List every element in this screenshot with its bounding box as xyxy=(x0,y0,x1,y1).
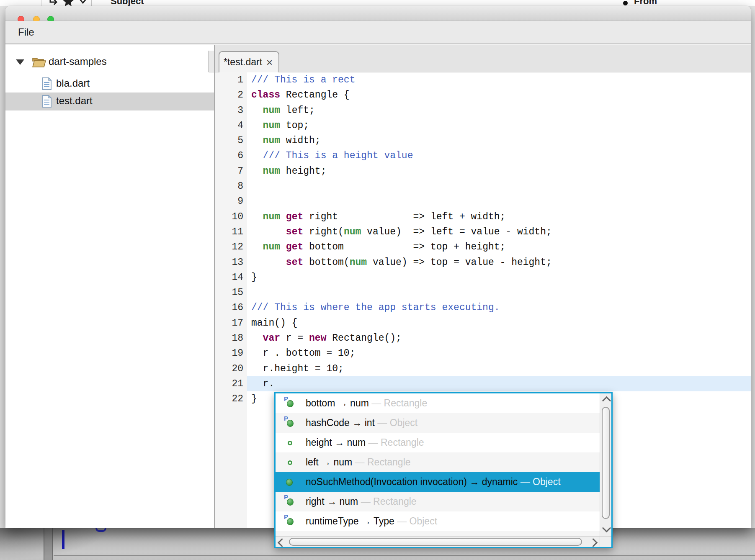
tab-close-icon[interactable]: × xyxy=(266,57,273,68)
line-number: 4 xyxy=(215,118,247,133)
tab-label[interactable]: *test.dart xyxy=(224,57,262,68)
line-number: 1 xyxy=(215,72,247,87)
scroll-right-arrow-icon[interactable] xyxy=(589,538,598,547)
line-number: 14 xyxy=(215,270,247,285)
reply-arrow-icon xyxy=(48,0,59,5)
line-number: 18 xyxy=(215,331,247,346)
line-number: 2 xyxy=(215,87,247,103)
code-line-17: main() { xyxy=(247,316,751,331)
background-shadow xyxy=(0,528,109,560)
line-number: 5 xyxy=(215,133,247,148)
horizontal-scrollbar-thumb[interactable] xyxy=(289,538,582,546)
code-line-7: num height; xyxy=(247,164,751,179)
subject-column-header: Subject xyxy=(111,0,144,6)
tree-item-bla-dart[interactable]: bla.dart xyxy=(5,75,214,93)
line-number: 3 xyxy=(215,103,247,118)
line-number: 6 xyxy=(215,148,247,163)
tree-item-test-dart[interactable]: test.dart xyxy=(5,92,214,110)
line-number: 15 xyxy=(215,285,247,300)
completion-item-height[interactable]: height → num — Rectangle xyxy=(276,433,600,452)
tree-item-label[interactable]: test.dart xyxy=(56,95,93,107)
vertical-scrollbar-thumb[interactable] xyxy=(602,407,610,519)
code-line-6: /// This is a height value xyxy=(247,148,751,163)
code-line-5: num width; xyxy=(247,133,751,148)
completion-vertical-scrollbar[interactable] xyxy=(600,393,611,536)
tab-test-dart[interactable]: *test.dart × xyxy=(219,51,279,72)
screen: Subject From File xyxy=(0,0,755,560)
code-line-12: num get bottom => top + height; xyxy=(247,239,751,254)
editor-tab-bar: *test.dart × xyxy=(215,45,751,72)
code-line-10: num get right => left + width; xyxy=(247,209,751,224)
completion-item-right[interactable]: Pright → num — Rectangle xyxy=(276,492,600,511)
completion-item-label: hashCode → int — Object xyxy=(306,417,417,429)
line-number: 7 xyxy=(215,164,247,179)
dart-file-icon xyxy=(41,95,52,108)
code-line-9 xyxy=(247,194,751,209)
unread-dot-icon xyxy=(623,1,628,5)
toolbar-divider xyxy=(615,0,615,6)
completion-item-runtimeType[interactable]: PruntimeType → Type — Object xyxy=(276,511,600,531)
line-number: 22 xyxy=(215,391,247,406)
completion-item-left[interactable]: left → num — Rectangle xyxy=(276,452,600,472)
scroll-down-arrow-icon[interactable] xyxy=(602,524,611,532)
menu-item-file[interactable]: File xyxy=(18,21,34,44)
line-number: 16 xyxy=(215,300,247,315)
completion-item-bottom[interactable]: Pbottom → num — Rectangle xyxy=(276,393,600,413)
tree-item-label[interactable]: bla.dart xyxy=(56,77,90,89)
window-titlebar[interactable] xyxy=(5,6,751,21)
completion-item-hashCode[interactable]: PhashCode → int — Object xyxy=(276,413,600,433)
from-column-header: From xyxy=(634,0,657,6)
line-number: 19 xyxy=(215,346,247,361)
line-number: 13 xyxy=(215,255,247,270)
property-getter-icon: P xyxy=(284,495,296,509)
code-line-13: set bottom(num value) => top = value - h… xyxy=(247,255,751,270)
scroll-up-arrow-icon[interactable] xyxy=(602,396,611,405)
property-getter-icon: P xyxy=(284,396,296,411)
completion-item-label: noSuchMethod(Invocation invocation) → dy… xyxy=(306,476,561,488)
code-line-1: /// This is a rect xyxy=(247,72,751,87)
code-line-15 xyxy=(247,285,751,300)
completion-horizontal-scrollbar[interactable] xyxy=(276,536,600,547)
code-line-16: /// This is where the app starts executi… xyxy=(247,300,751,315)
completion-item-toString[interactable]: toString() → String — Object xyxy=(276,531,600,536)
line-number: 8 xyxy=(215,179,247,194)
line-number: 11 xyxy=(215,224,247,239)
background-app-toolbar: Subject From xyxy=(0,0,755,6)
dart-file-icon xyxy=(41,77,52,90)
property-getter-icon: P xyxy=(284,416,296,430)
code-line-3: num left; xyxy=(247,103,751,118)
line-number: 17 xyxy=(215,316,247,331)
scroll-left-arrow-icon[interactable] xyxy=(278,538,286,547)
line-number: 9 xyxy=(215,194,247,209)
code-line-2: class Rectangle { xyxy=(247,87,751,103)
sidebar-scrollbar[interactable] xyxy=(208,51,214,72)
scrollbar-corner xyxy=(600,536,611,547)
file-tree-sidebar: dart-samples bla.darttest.dart xyxy=(5,45,214,528)
tree-item-dart-samples[interactable]: dart-samples xyxy=(5,53,214,71)
star-icon xyxy=(63,0,74,6)
method-icon xyxy=(284,475,296,489)
line-number: 10 xyxy=(215,209,247,224)
completion-item-label: runtimeType → Type — Object xyxy=(306,516,437,527)
completion-list[interactable]: Pbottom → num — RectanglePhashCode → int… xyxy=(276,393,600,536)
background-horizontal-rule xyxy=(54,555,755,556)
code-line-20: r.height = 10; xyxy=(247,361,751,376)
completion-item-label: bottom → num — Rectangle xyxy=(306,398,427,409)
code-line-8 xyxy=(247,179,751,194)
completion-item-label: height → num — Rectangle xyxy=(306,437,424,448)
completion-item-noSuchMethod-Invocation-invocation[interactable]: noSuchMethod(Invocation invocation) → dy… xyxy=(276,472,600,492)
disclosure-triangle-icon[interactable] xyxy=(16,59,24,65)
open-folder-icon xyxy=(32,57,46,68)
line-number-gutter: 12345678910111213141516171819202122 xyxy=(215,72,247,528)
code-line-19: r . bottom = 10; xyxy=(247,346,751,361)
line-number: 21 xyxy=(215,376,247,391)
tree-item-label[interactable]: dart-samples xyxy=(49,56,107,67)
property-getter-icon: P xyxy=(284,514,296,529)
chevron-down-icon xyxy=(78,0,88,5)
toolbar-divider xyxy=(41,0,41,6)
code-line-21: r. xyxy=(247,376,751,391)
line-number: 20 xyxy=(215,361,247,376)
toolbar-divider xyxy=(91,0,92,6)
completion-item-label: right → num — Rectangle xyxy=(306,496,417,507)
code-lines: /// This is a rectclass Rectangle { num … xyxy=(247,72,751,407)
